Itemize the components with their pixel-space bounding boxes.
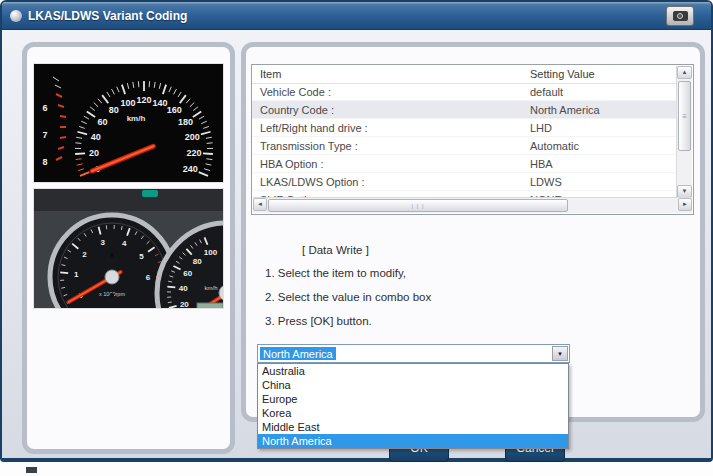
svg-text:40: 40 [179, 284, 188, 293]
item-cell: Country Code : [252, 104, 522, 116]
camera-icon [673, 11, 688, 21]
screen: LKAS/LDWS Variant Coding 020406080100120… [0, 0, 713, 476]
svg-text:180: 180 [178, 117, 193, 127]
window-title: LKAS/LDWS Variant Coding [28, 9, 187, 23]
svg-text:40: 40 [91, 132, 101, 142]
svg-text:80: 80 [109, 105, 119, 115]
table-row[interactable]: LKAS/LDWS Option :LDWS [252, 173, 676, 191]
horizontal-scroll-thumb[interactable]: | | | [268, 199, 568, 212]
country-combo-box[interactable]: North America ▼ [257, 344, 570, 363]
svg-text:6: 6 [146, 273, 151, 282]
svg-text:100: 100 [120, 98, 135, 108]
svg-text:200: 200 [185, 132, 200, 142]
svg-text:6: 6 [42, 103, 47, 113]
value-cell: HBA [522, 158, 676, 170]
item-cell: Left/Right hand drive : [252, 122, 522, 134]
value-cell: LDWS [522, 176, 676, 188]
dropdown-option[interactable]: China [258, 378, 568, 392]
svg-text:5: 5 [139, 252, 144, 261]
instruction-step: 3. Press [OK] button. [265, 314, 431, 328]
vertical-scroll-thumb[interactable]: ≡ [678, 81, 691, 151]
svg-text:3: 3 [100, 238, 105, 247]
image-panel: 020406080100120140160180200220240km/h678… [22, 42, 235, 454]
combo-dropdown: AustraliaChinaEuropeKoreaMiddle EastNort… [257, 363, 569, 449]
svg-text:100: 100 [204, 248, 218, 257]
item-cell: HBA Option : [252, 158, 522, 170]
screen-artifact [26, 467, 37, 473]
table-body: Vehicle Code :defaultCountry Code :North… [252, 83, 676, 214]
dropdown-option[interactable]: Australia [258, 364, 568, 378]
svg-text:60: 60 [183, 269, 192, 278]
svg-text:2: 2 [82, 250, 87, 259]
speedometer-image: 020406080100120140160180200220240km/h678 [34, 64, 223, 182]
svg-text:km/h: km/h [204, 285, 217, 291]
svg-text:20: 20 [180, 300, 189, 308]
table-row[interactable]: Country Code :North America [252, 101, 676, 119]
item-cell: Transmission Type : [252, 140, 522, 152]
dropdown-option[interactable]: Middle East [258, 420, 568, 434]
svg-text:1: 1 [74, 270, 79, 279]
dropdown-option[interactable]: North America [258, 434, 568, 448]
item-cell: LKAS/LDWS Option : [252, 176, 522, 188]
dropdown-option[interactable]: Europe [258, 392, 568, 406]
svg-text:4: 4 [122, 239, 127, 248]
vertical-scrollbar[interactable]: ▲ ≡ ▼ [676, 66, 692, 198]
instruction-step: 2. Select the value in combo box [265, 290, 431, 304]
svg-text:160: 160 [167, 105, 182, 115]
svg-text:7: 7 [42, 130, 47, 140]
value-cell: default [522, 86, 676, 98]
variant-coding-dialog: LKAS/LDWS Variant Coding 020406080100120… [0, 0, 713, 462]
tachometer-image: 0123456x 1000rpm020406080100km/h [34, 189, 223, 308]
table-header: Item Setting Value [252, 65, 676, 84]
titlebar[interactable]: LKAS/LDWS Variant Coding [2, 2, 711, 30]
table-row[interactable]: Vehicle Code :default [252, 83, 676, 101]
svg-text:220: 220 [186, 148, 201, 158]
column-header-item: Item [252, 68, 522, 80]
settings-table: Item Setting Value Vehicle Code :default… [251, 64, 694, 215]
table-row[interactable]: HBA Option :HBA [252, 155, 676, 173]
svg-text:240: 240 [183, 164, 198, 174]
value-cell: Automatic [522, 140, 676, 152]
dropdown-option[interactable]: Korea [258, 406, 568, 420]
svg-text:80: 80 [193, 257, 202, 266]
horizontal-scrollbar[interactable]: ◄ | | | ► [253, 197, 692, 213]
svg-text:8: 8 [42, 157, 47, 167]
item-cell: Vehicle Code : [252, 86, 522, 98]
svg-text:20: 20 [89, 148, 99, 158]
svg-text:140: 140 [152, 98, 167, 108]
combo-dropdown-arrow-icon[interactable]: ▼ [552, 346, 568, 361]
svg-text:km/h: km/h [127, 114, 146, 123]
table-row[interactable]: Left/Right hand drive :LHD [252, 119, 676, 137]
scroll-up-arrow-icon[interactable]: ▲ [677, 66, 692, 79]
instruction-step: 1. Select the item to modify, [265, 266, 431, 280]
svg-text:120: 120 [136, 95, 151, 105]
table-row[interactable]: Transmission Type :Automatic [252, 137, 676, 155]
scroll-left-arrow-icon[interactable]: ◄ [253, 198, 267, 211]
value-cell: North America [522, 104, 676, 116]
sphere-icon [10, 10, 22, 22]
column-header-setting-value: Setting Value [522, 68, 676, 80]
data-write-heading: [ Data Write ] [302, 244, 369, 256]
combo-selected-text: North America [260, 347, 336, 360]
instruction-steps: 1. Select the item to modify,2. Select t… [265, 266, 431, 338]
svg-text:60: 60 [98, 117, 108, 127]
scroll-right-arrow-icon[interactable]: ► [678, 198, 692, 211]
camera-button[interactable] [666, 6, 694, 26]
value-cell: LHD [522, 122, 676, 134]
